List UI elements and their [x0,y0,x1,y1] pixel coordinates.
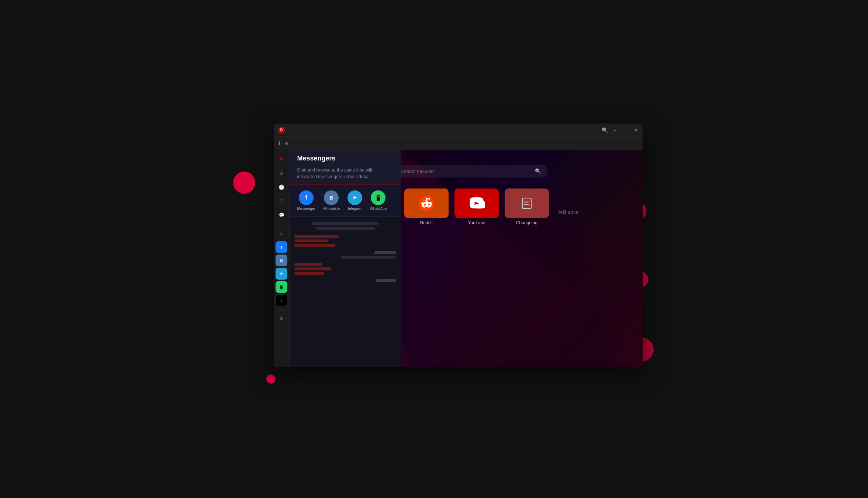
chat-group-4 [294,279,396,282]
chat-header-placeholders [294,222,396,230]
toolbar-icons: ⬇ ⊞ [277,141,288,146]
browser-toolbar: ⬇ ⊞ [274,137,643,150]
title-bar: O 🔍 − □ ✕ [274,124,643,137]
changelog-thumb [505,189,549,218]
messenger-icons-row: f Messenger В VKontakte ✈ [290,184,401,217]
chat-bubble-l3 [294,244,335,247]
sidebar-item-opera[interactable]: O [276,153,287,165]
panel-description: Chat and browse at the same time with in… [297,167,393,180]
window-controls: 🔍 − □ ✕ [603,128,638,132]
close-button[interactable]: ✕ [634,128,638,132]
page-content: 🔴 🔍 Discord [290,150,643,367]
chat-bubble-l2 [294,239,328,242]
messenger-vk-label: VKontakte [323,207,340,211]
messenger-tg-button[interactable]: ✈ [276,268,287,280]
chat-bubble-r2 [341,256,396,259]
search-bar[interactable]: 🔴 🔍 [385,165,547,177]
add-site-button[interactable]: + Add a site [555,189,578,225]
chat-placeholder-1 [312,222,378,225]
youtube-thumb [454,189,499,218]
minimize-button[interactable]: − [613,128,618,132]
panel-header: Messengers Chat and browse at the same t… [290,150,401,184]
dial-item-changelog[interactable]: Changelog [505,189,549,225]
messenger-tg-icon: ✈ [347,190,362,205]
search-title-icon[interactable]: 🔍 [603,128,607,132]
chat-group-1 [294,235,396,247]
dial-item-youtube[interactable]: YouTube [454,189,499,225]
download-icon[interactable]: ⬇ [277,141,281,146]
opera-logo-icon[interactable]: O [278,127,285,134]
messenger-vk-icon: В [324,190,339,205]
browser-window: O 🔍 − □ ✕ ⬇ ⊞ O [274,124,643,367]
panel-messenger-tg[interactable]: ✈ Telegram [347,190,362,211]
sidebar-item-history[interactable]: 🕐 [276,181,287,193]
messenger-tt-button[interactable]: ♪ [276,294,287,306]
panel-messenger-vk[interactable]: В VKontakte [323,190,340,211]
chat-placeholder-2 [316,227,375,230]
sidebar-item-shield[interactable]: 🛡 [276,195,287,207]
chat-bubble-r1 [374,251,396,254]
messenger-wa-icon: 📱 [371,190,385,205]
panel-messenger-fb[interactable]: f Messenger [297,190,315,211]
messenger-vk-button[interactable]: В [276,255,287,266]
sidebar-divider-2 [278,309,285,309]
search-submit-icon[interactable]: 🔍 [535,168,541,174]
sidebar: O ⊕ 🕐 🛡 💬 ⌂ [274,150,290,367]
messenger-fb-button[interactable]: f [276,241,287,253]
search-input[interactable] [401,169,532,174]
sidebar-item-chat[interactable]: 💬 [276,209,287,221]
youtube-label: YouTube [468,220,485,225]
sidebar-item-more[interactable]: ··· [276,351,287,363]
sidebar-item-speeddial[interactable]: ⊕ [276,167,287,179]
reddit-thumb [404,189,449,218]
messenger-fb-label: Messenger [297,207,315,211]
messenger-buttons-group: f В ✈ 📱 ♪ [276,241,287,306]
title-bar-left: O [278,127,285,134]
sidebar-divider-1 [278,224,285,224]
messenger-tg-label: Telegram [347,207,362,211]
chat-bubble-l6 [294,272,324,275]
messenger-wa-button[interactable]: 📱 [276,281,287,293]
chat-bubble-l4 [294,263,322,266]
reddit-label: Reddit [420,220,433,225]
chat-bubble-l5 [294,267,331,270]
dial-item-reddit[interactable]: Reddit [404,189,449,225]
chat-area [290,217,401,367]
messenger-wa-label: WhatsApp [370,207,387,211]
messengers-panel: Messengers Chat and browse at the same t… [290,150,401,367]
changelog-label: Changelog [516,220,537,225]
sidebar-item-settings[interactable]: ⚙ [276,312,287,324]
browser-body: O ⊕ 🕐 🛡 💬 ⌂ [274,150,643,367]
maximize-button[interactable]: □ [623,128,628,132]
chat-group-2 [294,251,396,259]
panel-title: Messengers [297,155,393,162]
panel-messenger-wa[interactable]: 📱 WhatsApp [370,190,387,211]
sidebar-item-home[interactable]: ⌂ [276,227,287,239]
messenger-fb-icon: f [299,190,314,205]
chat-bubble-l1 [294,235,339,238]
chat-group-3 [294,263,396,275]
chat-bubble-r3 [376,279,396,282]
grid-icon[interactable]: ⊞ [284,141,288,146]
